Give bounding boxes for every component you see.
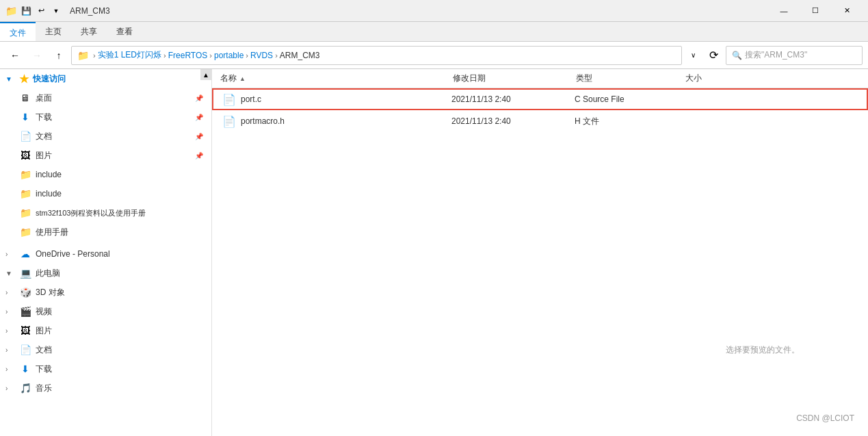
search-icon: 🔍 bbox=[732, 51, 742, 60]
maximize-button[interactable]: ☐ bbox=[800, 0, 831, 22]
col-size-header[interactable]: 大小 bbox=[685, 73, 702, 84]
music-label: 音乐 bbox=[36, 383, 206, 394]
sidebar-scroll-up[interactable]: ▲ bbox=[200, 69, 211, 80]
sidebar-item-video[interactable]: › 🎬 视频 bbox=[0, 302, 211, 321]
star-icon: ★ bbox=[19, 73, 29, 86]
sidebar-item-documents[interactable]: 📄 文档 📌 bbox=[0, 127, 211, 146]
sidebar-item-manual[interactable]: 📁 使用手册 bbox=[0, 222, 211, 242]
music-icon: 🎵 bbox=[19, 382, 31, 394]
pictures-label: 图片 bbox=[36, 150, 191, 162]
tab-file[interactable]: 文件 bbox=[0, 22, 36, 41]
undo-icon: ↩ bbox=[36, 5, 47, 16]
folder-icon-manual: 📁 bbox=[19, 226, 31, 238]
col-name-header[interactable]: 名称 ▲ bbox=[220, 73, 453, 84]
search-placeholder: 搜索"ARM_CM3" bbox=[745, 49, 807, 61]
sidebar-item-stm32[interactable]: 📁 stm32f103例程资料以及使用手册 bbox=[0, 203, 211, 222]
ribbon: 文件 主页 共享 查看 bbox=[0, 22, 868, 42]
tab-home[interactable]: 主页 bbox=[36, 22, 71, 41]
ribbon-tabs: 文件 主页 共享 查看 bbox=[0, 22, 868, 41]
3d-icon: 🎲 bbox=[19, 286, 31, 298]
pin-icon-pics: 📌 bbox=[195, 152, 206, 159]
dropdown-arrow-icon[interactable]: ▼ bbox=[51, 5, 62, 16]
minimize-button[interactable]: — bbox=[768, 0, 800, 22]
desktop-label: 桌面 bbox=[36, 92, 191, 104]
forward-button[interactable]: → bbox=[27, 46, 47, 65]
pc-icon: 💻 bbox=[19, 267, 31, 279]
sidebar-item-3d[interactable]: › 🎲 3D 对象 bbox=[0, 283, 211, 302]
file-list: 📄 port.c 2021/11/13 2:40 C Source File 📄… bbox=[212, 88, 868, 263]
this-pc-expand-icon: ▼ bbox=[5, 270, 15, 277]
onedrive-label: OneDrive - Personal bbox=[36, 249, 206, 259]
sidebar-item-pictures2[interactable]: › 🖼 图片 bbox=[0, 321, 211, 340]
window-title: ARM_CM3 bbox=[70, 6, 110, 16]
manual-label: 使用手册 bbox=[36, 227, 206, 238]
folder-icon-stm32: 📁 bbox=[19, 207, 31, 219]
col-date-header[interactable]: 修改日期 bbox=[453, 73, 576, 84]
breadcrumb-item-1[interactable]: FreeRTOS bbox=[168, 51, 208, 60]
main-layout: ▲ ▼ ★ 快速访问 🖥 桌面 📌 ⬇ 下载 📌 📄 文档 📌 🖼 bbox=[0, 69, 868, 436]
refresh-button[interactable]: ⟳ bbox=[704, 46, 723, 65]
file-item-port-c[interactable]: 📄 port.c 2021/11/13 2:40 C Source File bbox=[212, 88, 868, 110]
sidebar-item-downloads2[interactable]: › ⬇ 下载 bbox=[0, 359, 211, 379]
pictures2-label: 图片 bbox=[36, 325, 206, 337]
documents-label: 文档 bbox=[36, 131, 191, 142]
pin-icon-docs: 📌 bbox=[195, 133, 206, 140]
folder-icon-include1: 📁 bbox=[19, 168, 31, 181]
this-pc-label: 此电脑 bbox=[36, 268, 60, 279]
address-dropdown-button[interactable]: ∨ bbox=[685, 46, 701, 65]
downloads2-icon: ⬇ bbox=[19, 363, 31, 375]
close-button[interactable]: ✕ bbox=[831, 0, 863, 22]
watermark: CSDN @LCIOT bbox=[796, 413, 854, 423]
title-bar-controls: — ☐ ✕ bbox=[768, 0, 863, 22]
save-icon: 💾 bbox=[21, 5, 31, 16]
up-button[interactable]: ↑ bbox=[49, 46, 68, 65]
breadcrumb-item-3[interactable]: RVDS bbox=[250, 51, 273, 60]
quick-access-label: 快速访问 bbox=[33, 73, 66, 85]
sidebar-item-docs2[interactable]: › 📄 文档 bbox=[0, 340, 211, 359]
pictures-icon: 🖼 bbox=[19, 149, 31, 162]
file-date-portmacro-h: 2021/11/13 2:40 bbox=[451, 116, 575, 126]
content-area: 名称 ▲ 修改日期 类型 大小 📄 port.c 2021/11/13 2:40… bbox=[212, 69, 868, 436]
file-item-portmacro-h[interactable]: 📄 portmacro.h 2021/11/13 2:40 H 文件 bbox=[212, 110, 868, 132]
tab-view[interactable]: 查看 bbox=[107, 22, 142, 41]
preview-hint: 选择要预览的文件。 bbox=[726, 344, 800, 355]
breadcrumb-item-2[interactable]: portable bbox=[214, 51, 244, 60]
col-type-label: 类型 bbox=[576, 73, 592, 83]
file-name-port-c: port.c bbox=[241, 94, 451, 104]
quick-access-expand-icon: ▼ bbox=[5, 75, 15, 83]
sidebar-item-music[interactable]: › 🎵 音乐 bbox=[0, 379, 211, 398]
pin-icon-downloads: 📌 bbox=[195, 114, 206, 121]
stm32-label: stm32f103例程资料以及使用手册 bbox=[36, 208, 206, 218]
downloads2-label: 下载 bbox=[36, 363, 206, 375]
col-type-header[interactable]: 类型 bbox=[576, 73, 685, 84]
include1-label: include bbox=[36, 170, 206, 179]
sidebar-item-pictures[interactable]: 🖼 图片 📌 bbox=[0, 146, 211, 165]
back-button[interactable]: ← bbox=[5, 46, 25, 65]
title-bar: 📁 💾 ↩ ▼ ARM_CM3 — ☐ ✕ bbox=[0, 0, 868, 22]
file-icon-port-c: 📄 bbox=[222, 92, 237, 107]
desktop-icon: 🖥 bbox=[19, 92, 31, 104]
file-icon-portmacro-h: 📄 bbox=[222, 114, 237, 129]
sidebar-item-include2[interactable]: 📁 include bbox=[0, 184, 211, 203]
search-bar[interactable]: 🔍 搜索"ARM_CM3" bbox=[726, 46, 863, 65]
sidebar-quick-access[interactable]: ▼ ★ 快速访问 bbox=[0, 69, 211, 88]
sidebar-item-desktop[interactable]: 🖥 桌面 📌 bbox=[0, 88, 211, 107]
file-name-portmacro-h: portmacro.h bbox=[241, 116, 451, 126]
col-name-label: 名称 bbox=[220, 73, 237, 84]
docs2-icon: 📄 bbox=[19, 344, 31, 356]
tab-share[interactable]: 共享 bbox=[71, 22, 107, 41]
pin-icon-desktop: 📌 bbox=[195, 94, 206, 102]
breadcrumb[interactable]: 📁 › 实验1 LED灯闪烁 › FreeRTOS › portable › R… bbox=[71, 46, 682, 65]
sidebar-item-include1[interactable]: 📁 include bbox=[0, 165, 211, 184]
downloads-label: 下载 bbox=[36, 112, 191, 123]
sidebar-item-onedrive[interactable]: › ☁ OneDrive - Personal bbox=[0, 244, 211, 264]
download-icon: ⬇ bbox=[19, 111, 31, 123]
address-bar: ← → ↑ 📁 › 实验1 LED灯闪烁 › FreeRTOS › portab… bbox=[0, 42, 868, 69]
file-date-port-c: 2021/11/13 2:40 bbox=[451, 94, 575, 104]
breadcrumb-item-0[interactable]: 实验1 LED灯闪烁 bbox=[98, 49, 161, 61]
column-header: 名称 ▲ 修改日期 类型 大小 bbox=[212, 69, 868, 88]
col-date-label: 修改日期 bbox=[453, 73, 486, 83]
sidebar-this-pc[interactable]: ▼ 💻 此电脑 bbox=[0, 264, 211, 283]
file-type-port-c: C Source File bbox=[575, 94, 684, 104]
sidebar-item-downloads[interactable]: ⬇ 下载 📌 bbox=[0, 107, 211, 127]
